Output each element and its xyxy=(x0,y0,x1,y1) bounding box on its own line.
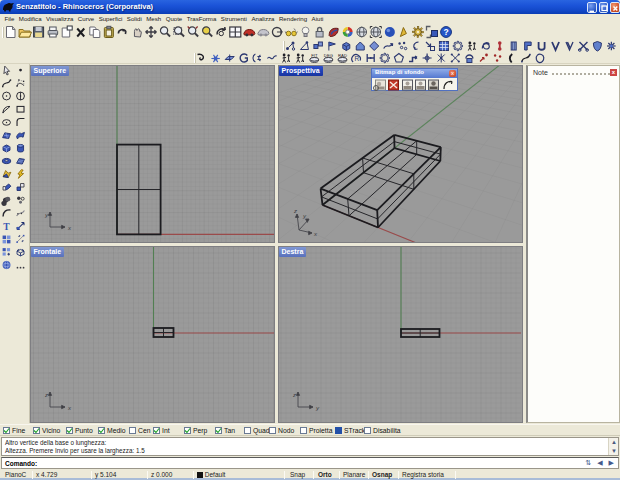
svg-text:T: T xyxy=(3,221,10,232)
svg-text:z: z xyxy=(292,392,296,398)
svg-text:z: z xyxy=(44,392,48,398)
svg-text:z: z xyxy=(293,208,297,214)
svg-text:RAD: RAD xyxy=(338,52,347,57)
svg-text:DEG: DEG xyxy=(324,52,333,57)
svg-text:x: x xyxy=(313,231,318,237)
svg-text:?: ? xyxy=(443,27,448,37)
svg-text:FIT: FIT xyxy=(311,52,318,57)
svg-text:R: R xyxy=(355,54,360,61)
